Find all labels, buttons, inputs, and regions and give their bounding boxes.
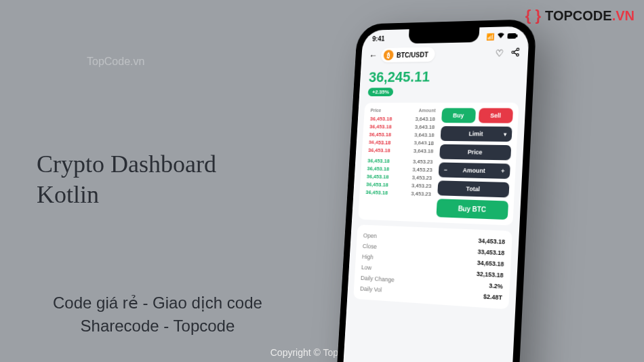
total-input[interactable]: Total (437, 180, 509, 197)
app-header: ← ₿ BTC/USDT ♡ (361, 40, 529, 67)
svg-line-6 (514, 52, 517, 54)
phone-screen: 9:41 📶 ← ₿ BTC/USDT ♡ (342, 26, 529, 362)
orderbook: Price Amount 36,453.183,643.18 36,453.18… (363, 108, 437, 216)
chevron-down-icon: ▾ (504, 131, 506, 137)
pair-selector[interactable]: ₿ BTC/USDT (381, 47, 435, 62)
wifi-icon (497, 32, 505, 40)
svg-point-2 (517, 48, 519, 51)
svg-line-5 (514, 49, 517, 51)
subtitle-line-2: Sharecode - Topcode (53, 315, 262, 338)
page-title: Crypto Dashboard Kotlin (37, 149, 216, 210)
orderbook-head-price: Price (370, 108, 381, 113)
phone-mockup: 9:41 📶 ← ₿ BTC/USDT ♡ (335, 19, 536, 362)
sell-tab-button[interactable]: Sell (478, 108, 513, 123)
favorite-icon[interactable]: ♡ (495, 47, 504, 59)
minus-icon[interactable]: − (444, 167, 448, 174)
subtitle: Code giá rẻ - Giao dịch code Sharecode -… (53, 291, 262, 337)
phone-notch (408, 27, 479, 43)
amount-stepper[interactable]: − Amount + (439, 163, 510, 179)
logo-brand: TOPCODE (545, 8, 612, 23)
current-price: 36,245.11 (368, 67, 518, 86)
price-section: 36,245.11 +2.35% (359, 64, 527, 98)
share-icon[interactable] (510, 47, 521, 58)
logo-suffix: .VN (612, 8, 635, 23)
battery-icon (507, 32, 518, 39)
plus-icon[interactable]: + (501, 167, 505, 174)
svg-rect-0 (507, 33, 516, 38)
buy-btc-button[interactable]: Buy BTC (436, 199, 508, 220)
watermark-text: TopCode.vn (87, 56, 144, 68)
pair-label: BTC/USDT (397, 51, 428, 58)
buy-tab-button[interactable]: Buy (441, 108, 476, 123)
trade-panel: Price Amount 36,453.183,643.18 36,453.18… (358, 102, 519, 225)
stats-panel: Open34,453.18 Close33,453.18 High34,653.… (353, 224, 512, 309)
orderbook-buy-row[interactable]: 36,453.183,453.23 (364, 188, 432, 198)
svg-rect-1 (516, 34, 517, 37)
bitcoin-icon: ₿ (383, 49, 393, 60)
orderbook-sell-row[interactable]: 36,453.183,643.18 (368, 123, 436, 131)
orderbook-head-amount: Amount (419, 108, 436, 113)
title-line-1: Crypto Dashboard (37, 149, 216, 180)
back-arrow-icon[interactable]: ← (369, 50, 378, 61)
signal-icon: 📶 (486, 33, 494, 40)
logo-bracket-icon: { } (525, 7, 541, 24)
topcode-logo: { } TOPCODE.VN (525, 7, 635, 24)
price-change-badge: +2.35% (367, 87, 393, 96)
subtitle-line-1: Code giá rẻ - Giao dịch code (53, 291, 262, 315)
trade-controls: Buy Sell Limit ▾ Price − Amount + Total … (436, 108, 513, 220)
title-line-2: Kotlin (37, 180, 216, 210)
status-time: 9:41 (372, 35, 385, 43)
orderbook-sell-row[interactable]: 36,453.183,643.18 (369, 115, 437, 123)
price-input[interactable]: Price (439, 144, 511, 161)
order-type-dropdown[interactable]: Limit ▾ (441, 126, 512, 142)
